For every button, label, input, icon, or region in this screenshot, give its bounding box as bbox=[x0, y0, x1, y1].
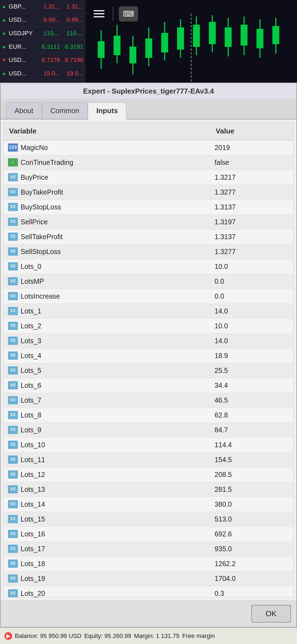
value-cell[interactable]: 114.4 bbox=[210, 437, 293, 452]
var-name: Lots_13 bbox=[21, 485, 45, 493]
table-row[interactable]: V2 Lots_18 1262.2 bbox=[4, 556, 293, 571]
table-row[interactable]: V2 Lots_9 84.7 bbox=[4, 422, 293, 437]
variable-cell: V2 Lots_17 bbox=[4, 541, 210, 556]
var-name: BuyStopLoss bbox=[21, 203, 61, 211]
table-row[interactable]: V2 Lots_13 281.5 bbox=[4, 482, 293, 497]
table-row[interactable]: V2 Lots_20 0.3 bbox=[4, 586, 293, 597]
value-cell[interactable]: 18.9 bbox=[210, 348, 293, 363]
value-cell[interactable]: 14.0 bbox=[210, 333, 293, 348]
tab-bar: About Common Inputs bbox=[1, 100, 296, 119]
value-cell[interactable]: 208.5 bbox=[210, 467, 293, 482]
table-row[interactable]: V2 LotsMP 0.0 bbox=[4, 274, 293, 289]
value-cell[interactable]: 62.8 bbox=[210, 408, 293, 422]
table-row[interactable]: V2 Lots_12 208.5 bbox=[4, 467, 293, 482]
top-bar: ▲ GBP... 1.31... 1.31... ▲ USD... 0.99..… bbox=[0, 0, 297, 94]
value-cell[interactable]: 34.4 bbox=[210, 378, 293, 393]
table-row[interactable]: V2 Lots_2 10.0 bbox=[4, 318, 293, 333]
market-row[interactable]: ▼ USD... 6.7176 6.7198 bbox=[0, 53, 85, 67]
variable-cell: V2 Lots_0 bbox=[4, 259, 210, 274]
trend-arrow: ▲ bbox=[2, 44, 7, 50]
table-row[interactable]: 123 MagicNo 2019 bbox=[4, 140, 293, 155]
tab-about[interactable]: About bbox=[6, 102, 42, 119]
var-icon: V2 bbox=[8, 247, 18, 256]
value-cell[interactable]: 0.0 bbox=[210, 274, 293, 289]
value-cell[interactable]: 154.5 bbox=[210, 452, 293, 467]
variable-cell: V2 Lots_3 bbox=[4, 333, 210, 348]
value-cell[interactable]: 692.6 bbox=[210, 526, 293, 541]
value-cell[interactable]: 1.3277 bbox=[210, 185, 293, 200]
value-cell[interactable]: false bbox=[210, 155, 293, 170]
table-row[interactable]: V2 BuyStopLoss 1.3137 bbox=[4, 200, 293, 214]
tab-inputs[interactable]: Inputs bbox=[88, 102, 126, 119]
table-row[interactable]: V2 Lots_5 25.5 bbox=[4, 363, 293, 378]
table-row[interactable]: V2 Lots_8 62.8 bbox=[4, 408, 293, 422]
value-cell[interactable]: 10.0 bbox=[210, 259, 293, 274]
value-cell[interactable]: 1.3197 bbox=[210, 214, 293, 229]
table-row[interactable]: V2 Lots_14 380.0 bbox=[4, 497, 293, 512]
tab-common[interactable]: Common bbox=[42, 102, 88, 119]
variable-cell: V2 Lots_7 bbox=[4, 393, 210, 408]
market-row[interactable]: ▲ EUR... 6.3111 6.3191 bbox=[0, 40, 85, 54]
table-row[interactable]: V2 LotsIncrease 0.0 bbox=[4, 289, 293, 304]
table-row[interactable]: V2 Lots_10 114.4 bbox=[4, 437, 293, 452]
table-row[interactable]: V2 Lots_11 154.5 bbox=[4, 452, 293, 467]
table-row[interactable]: V2 Lots_15 513.0 bbox=[4, 512, 293, 526]
value-cell[interactable]: 1.3137 bbox=[210, 229, 293, 244]
value-cell[interactable]: 380.0 bbox=[210, 497, 293, 512]
table-row[interactable]: V2 Lots_7 46.5 bbox=[4, 393, 293, 408]
market-row[interactable]: ▲ USD... 0.99... 0.99... bbox=[0, 13, 85, 27]
table-row[interactable]: ✓ ConTinueTrading false bbox=[4, 155, 293, 170]
value-cell[interactable]: 1.3217 bbox=[210, 170, 293, 185]
value-cell[interactable]: 935.0 bbox=[210, 541, 293, 556]
table-row[interactable]: V2 BuyTakeProfit 1.3277 bbox=[4, 185, 293, 200]
var-name: Lots_7 bbox=[21, 396, 41, 404]
status-icon: ▶ bbox=[4, 632, 12, 640]
value-cell[interactable]: 10.0 bbox=[210, 318, 293, 333]
value-cell[interactable]: 513.0 bbox=[210, 512, 293, 526]
var-icon: V2 bbox=[8, 396, 18, 404]
value-cell[interactable]: 281.5 bbox=[210, 482, 293, 497]
table-row[interactable]: V2 SellPrice 1.3197 bbox=[4, 214, 293, 229]
var-name: Lots_18 bbox=[21, 560, 45, 568]
table-row[interactable]: V2 Lots_0 10.0 bbox=[4, 259, 293, 274]
ok-button[interactable]: OK bbox=[251, 605, 291, 623]
table-row[interactable]: V2 Lots_3 14.0 bbox=[4, 333, 293, 348]
svg-rect-15 bbox=[209, 22, 215, 44]
table-row[interactable]: V2 SellTakeProfit 1.3137 bbox=[4, 229, 293, 244]
table-row[interactable]: V2 Lots_6 34.4 bbox=[4, 378, 293, 393]
value-cell[interactable]: 0.0 bbox=[210, 289, 293, 304]
value-cell[interactable]: 84.7 bbox=[210, 422, 293, 437]
var-name: Lots_1 bbox=[21, 307, 41, 315]
table-row[interactable]: V2 SellStopLoss 1.3277 bbox=[4, 244, 293, 259]
variable-cell: V2 Lots_6 bbox=[4, 378, 210, 393]
chart-area: ⌨ bbox=[85, 0, 297, 94]
table-row[interactable]: V2 Lots_4 18.9 bbox=[4, 348, 293, 363]
value-cell[interactable]: 14.0 bbox=[210, 304, 293, 318]
variable-cell: V2 Lots_12 bbox=[4, 467, 210, 482]
value-cell[interactable]: 1.3137 bbox=[210, 200, 293, 214]
table-row[interactable]: V2 Lots_19 1704.0 bbox=[4, 571, 293, 586]
value-cell[interactable]: 25.5 bbox=[210, 363, 293, 378]
variable-cell: V2 SellStopLoss bbox=[4, 244, 210, 259]
market-symbol: EUR... bbox=[9, 43, 37, 50]
variable-cell: V2 Lots_20 bbox=[4, 586, 210, 597]
col-value: Value bbox=[210, 122, 293, 140]
table-row[interactable]: V2 Lots_16 692.6 bbox=[4, 526, 293, 541]
value-cell[interactable]: 46.5 bbox=[210, 393, 293, 408]
value-cell[interactable]: 2019 bbox=[210, 140, 293, 155]
value-cell[interactable]: 0.3 bbox=[210, 586, 293, 597]
table-row[interactable]: V2 BuyPrice 1.3217 bbox=[4, 170, 293, 185]
market-row[interactable]: ▲ USDJPY 110.... 110.... bbox=[0, 27, 85, 40]
value-cell[interactable]: 1.3277 bbox=[210, 244, 293, 259]
value-cell[interactable]: 1704.0 bbox=[210, 571, 293, 586]
table-row[interactable]: V2 Lots_1 14.0 bbox=[4, 304, 293, 318]
market-row[interactable]: ▲ USD... 19.0... 19.0... bbox=[0, 67, 85, 80]
var-icon: V2 bbox=[8, 381, 18, 389]
market-price1: 19.0... bbox=[37, 70, 60, 77]
var-name: Lots_8 bbox=[21, 411, 41, 419]
value-cell[interactable]: 1262.2 bbox=[210, 556, 293, 571]
var-name: Lots_17 bbox=[21, 545, 45, 553]
market-row[interactable]: ▲ GBP... 1.31... 1.31... bbox=[0, 0, 85, 13]
table-row[interactable]: V2 Lots_17 935.0 bbox=[4, 541, 293, 556]
var-icon: V2 bbox=[8, 307, 18, 315]
